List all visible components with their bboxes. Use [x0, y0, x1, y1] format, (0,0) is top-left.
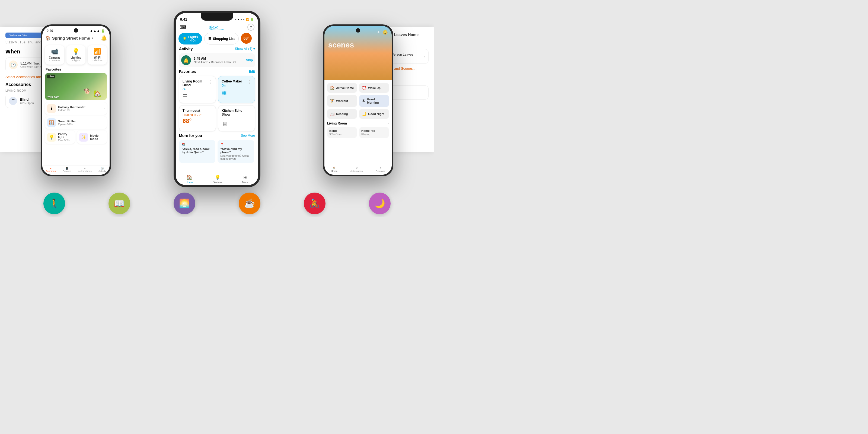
coffee-circle[interactable]: ☕ [239, 193, 260, 214]
right-chevron: › [424, 54, 425, 59]
suggestions-row: 📚 "Alexa, read a book by Julia Quinn" 📍 … [179, 140, 255, 163]
workout-circle[interactable]: 🚴 [304, 193, 326, 214]
nav-devices[interactable]: 📱 Devices [63, 167, 71, 173]
see-more-button[interactable]: See More [241, 134, 255, 137]
chevron-down-icon: ▾ [253, 47, 255, 51]
more-nav-label: More [242, 181, 248, 184]
temperature-button[interactable]: 68° [241, 33, 252, 44]
suggestion2-sub: Lost your phone? Alexa can help you. [220, 154, 251, 160]
yard-cam[interactable]: Live 🐕 🏡 Yard cam [45, 73, 107, 100]
scene-arrive-home[interactable]: 🏠 Arrive Home [327, 83, 357, 93]
device-item-movie[interactable]: ✨ Movie mode [77, 130, 107, 144]
night-circle[interactable]: 🌙 [369, 193, 391, 214]
nav-automations[interactable]: ✦ Automations [78, 167, 92, 173]
pantry-icon: 💡 [47, 133, 56, 142]
show-all-text: Show All (4) [235, 47, 252, 51]
keyboard-icon[interactable]: ⌨ [180, 24, 187, 30]
blind-dots-menu[interactable]: ⋮ [208, 80, 212, 85]
thermostat-fav-name: Thermostat [183, 109, 212, 113]
signal-bars-icon: ▲▲▲▲ [235, 18, 245, 21]
fav-echo-card[interactable]: Kitchen Echo Show 🖥 [218, 105, 255, 131]
right-screen: + 😊 scenes 🏠 Arrive Home ⏰ Wake [324, 26, 392, 175]
more-header: More for you See More [179, 133, 255, 138]
center-bottom-nav: 🏠 Home 💡 Devices ⊞ More [176, 172, 258, 185]
device-item-thermostat[interactable]: 🌡 Hallway thermostat Indoor 70 › [45, 102, 107, 115]
device-list: 🌡 Hallway thermostat Indoor 70 › 🪟 Smart… [42, 102, 110, 145]
suggestion1[interactable]: 📚 "Alexa, read a book by Julia Quinn" [179, 140, 215, 163]
reading-label: Reading [336, 112, 348, 116]
tab-devices[interactable]: 💡 Devices [213, 175, 222, 184]
fav-blind-card[interactable]: ⋮ Living Room Blind On ☰ [179, 76, 216, 103]
right-content: + 😊 scenes 🏠 Arrive Home ⏰ Wake [324, 26, 392, 175]
reading-icon: 📖 [330, 112, 335, 116]
lights-button[interactable]: 💡 Lights 4 On [179, 33, 202, 44]
favorites-nav-label: Favorites [46, 170, 56, 173]
echo-name: Kitchen Echo Show [222, 109, 251, 116]
scene-reading[interactable]: 📖 Reading [327, 109, 357, 119]
scene-wake-up[interactable]: ⏰ Wake Up [359, 83, 389, 93]
scene-good-night[interactable]: 🌙 Good Night [359, 109, 389, 119]
scene-workout[interactable]: 🏋 Workout [327, 95, 357, 107]
right-nav-home[interactable]: 🏠 Home [331, 166, 337, 173]
skip-button[interactable]: Skip [246, 58, 253, 62]
cameras-category[interactable]: 📹 Cameras 6 cameras [45, 45, 64, 65]
cam-label: Yard cam [47, 95, 59, 98]
wifi-category[interactable]: 📶 Wi-Fi 2 devices [88, 45, 107, 65]
device-item-pantry[interactable]: 💡 Pantry light On • 50% [45, 130, 75, 144]
blind-icon: ☰ [183, 93, 212, 99]
left-status-icons: ▲▲▲ 🔋 [90, 29, 105, 33]
shopping-list-button[interactable]: ☰ Shopping List [204, 33, 239, 44]
devices-nav-icon: 💡 [215, 175, 220, 180]
fav-thermostat-card[interactable]: Thermostat Heating to 72° 68° [179, 105, 216, 131]
favorites-header: Favorites Edit [179, 69, 255, 74]
morning-circle[interactable]: 🌅 [174, 193, 195, 214]
center-header: ⌨ alexa ? [176, 23, 258, 33]
room-blind-card[interactable]: Blind 93% Open [327, 127, 357, 138]
smiley-icon[interactable]: 😊 [382, 30, 388, 35]
notification-bell-icon[interactable]: 🔔 [101, 35, 107, 41]
more-title: More for you [179, 133, 202, 138]
lights-sub: 4 On [188, 39, 198, 42]
scenes-title-area: scenes [328, 41, 388, 50]
battery-status-icon: 🔋 [250, 18, 254, 21]
left-phone: 9:30 ▲▲▲ 🔋 🏠 Spring Street Home ▾ 🔔 [41, 24, 111, 176]
alarm-icon: 🔔 [181, 55, 191, 65]
fav-coffee-card[interactable]: ⋮ Coffee Maker On ▦ [218, 76, 255, 103]
right-nav-discover[interactable]: ★ Discover [376, 166, 385, 173]
activity-nav-icon: 🕐 [101, 167, 104, 170]
yard-house-icon: 🏡 [93, 90, 101, 97]
center-notch [201, 13, 233, 21]
tab-more[interactable]: ⊞ More [242, 175, 248, 184]
right-nav-automation[interactable]: ⚙ Automation [350, 166, 363, 173]
alexa-logo-svg: alexa [209, 24, 225, 30]
wifi-icon: 📶 [90, 48, 105, 55]
activity-nav-label: Activity [98, 170, 106, 173]
homepod-card-name: HomePod [361, 129, 387, 132]
tab-home[interactable]: 🏠 Home [186, 175, 193, 184]
thermostat-fav-status: Heating to 72° [183, 113, 212, 116]
thermostat-icon: 🌡 [47, 104, 56, 113]
night-circle-icon: 🌙 [374, 198, 385, 209]
morning-label: Good Morning [367, 98, 386, 104]
nav-favorites[interactable]: ♥ Favorites [46, 167, 56, 173]
lighting-category[interactable]: 💡 Lighting 8 lights [66, 45, 86, 65]
scene-good-morning[interactable]: ☀ Good Morning [359, 95, 389, 107]
show-all-button[interactable]: Show All (4) ▾ [235, 47, 255, 51]
suggestion2[interactable]: 📍 "Alexa, find my phone" Lost your phone… [218, 140, 254, 163]
fav-grid: ⋮ Living Room Blind On ☰ ⋮ Coffee Maker … [179, 76, 255, 131]
arrive-home-circle[interactable]: 🚶 [43, 193, 65, 214]
camera-icon: 📹 [47, 48, 62, 55]
device-item-roller[interactable]: 🪟 Smart Roller Open • 51% [45, 116, 107, 129]
coffee-dots-menu[interactable]: ⋮ [247, 80, 251, 85]
add-scene-icon[interactable]: + [377, 30, 380, 35]
reading-circle[interactable]: 📖 [108, 193, 130, 214]
nav-activity[interactable]: 🕐 Activity [98, 167, 106, 173]
roller-icon: 🪟 [47, 118, 56, 127]
workout-label: Workout [336, 99, 348, 102]
favorites-section-label: Favorites [42, 67, 110, 73]
help-button[interactable]: ? [247, 24, 254, 31]
dog-icon: 🐕 [84, 88, 91, 95]
wifi-label: Wi-Fi [90, 56, 105, 59]
edit-button[interactable]: Edit [249, 70, 255, 73]
room-homepod-card[interactable]: HomePod Playing [359, 127, 389, 138]
